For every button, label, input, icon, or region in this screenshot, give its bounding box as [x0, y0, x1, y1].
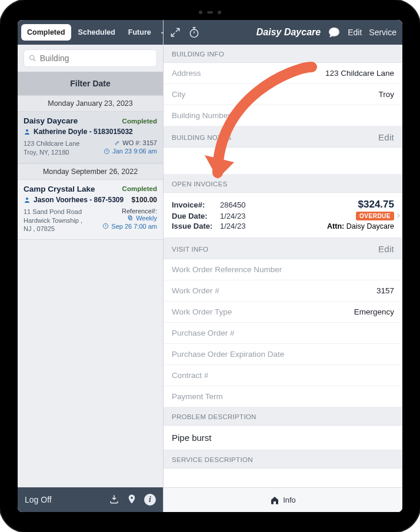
svg-point-0	[30, 55, 34, 59]
ipad-camera	[199, 11, 221, 14]
clock-icon	[104, 148, 110, 155]
visit-address: 11 Sand Pond Road Hardwick Township , NJ…	[24, 208, 82, 234]
visit-person: Katherine Doyle - 5183015032	[34, 128, 133, 136]
visit-meta: WO #: 3157 Jan 23 9:06 am	[104, 139, 157, 157]
tab-completed[interactable]: Completed	[21, 24, 71, 41]
expand-icon[interactable]	[169, 26, 181, 38]
section-open-invoices: OPEN INVOICES	[164, 175, 402, 193]
row-address: Address123 Childcare Lane	[164, 63, 402, 84]
date-header-0: Monday January 23, 2023	[18, 95, 163, 112]
chat-icon[interactable]	[328, 26, 341, 39]
app-screen: Completed Scheduled Future ＋ Filter Date…	[18, 20, 402, 512]
svg-point-8	[131, 496, 133, 498]
bottom-tab-info[interactable]: Info	[164, 487, 402, 512]
problem-text: Pipe burst	[164, 426, 402, 450]
ipad-frame: Completed Scheduled Future ＋ Filter Date…	[0, 0, 420, 532]
location-icon[interactable]	[126, 494, 137, 506]
home-icon	[270, 496, 279, 505]
search-wrap	[18, 45, 163, 72]
row-payterm: Payment Term	[164, 386, 402, 407]
row-contract: Contract #	[164, 365, 402, 386]
chevron-right-icon: ›	[397, 210, 400, 220]
detail-scroll[interactable]: BUILDING INFO Address123 Childcare Lane …	[164, 45, 402, 487]
section-building-info: BUILDING INFO	[164, 45, 402, 63]
visit-meta: Reference#: Weekly Sep 26 7:00 am	[102, 208, 157, 234]
invoice-row[interactable]: Invoice#:286450$324.75 Due Date:1/24/23O…	[164, 193, 402, 238]
wrench-icon	[114, 140, 120, 146]
stopwatch-icon[interactable]	[188, 26, 200, 38]
download-icon[interactable]	[109, 494, 119, 506]
svg-rect-5	[129, 217, 132, 220]
section-problem-desc: PROBLEM DESCRIPTION	[164, 407, 402, 426]
search-input[interactable]	[40, 53, 152, 63]
clock-icon	[102, 223, 109, 229]
row-wo-type: Work Order TypeEmergency	[164, 302, 402, 323]
edit-link[interactable]: Edit	[348, 28, 362, 37]
notes-empty	[164, 148, 402, 175]
search-icon	[29, 54, 36, 62]
visit-amount: $100.00	[132, 196, 157, 204]
visit-person: Jason Voorhees - 867-5309	[34, 196, 124, 204]
person-icon	[24, 196, 31, 203]
overdue-badge: OVERDUE	[356, 212, 394, 220]
log-off-button[interactable]: Log Off	[25, 495, 52, 504]
date-header-1: Monday September 26, 2022	[18, 163, 163, 180]
svg-line-1	[34, 59, 35, 61]
service-link[interactable]: Service	[369, 28, 396, 37]
left-bottombar: Log Off i	[18, 487, 163, 512]
svg-point-4	[26, 198, 28, 200]
search-field[interactable]	[24, 49, 157, 67]
right-pane: Daisy Daycare Edit Service BUILDING INFO…	[164, 20, 402, 512]
filter-date-button[interactable]: Filter Date	[18, 72, 163, 95]
visit-status: Completed	[122, 185, 157, 192]
visit-edit[interactable]: Edit	[378, 244, 394, 254]
visit-card-daisy[interactable]: Daisy Daycare Completed Katherine Doyle …	[18, 112, 163, 163]
section-service-desc: SERVICE DESCRIPTION	[164, 450, 402, 469]
copy-icon	[127, 215, 134, 221]
row-wo-ref: Work Order Reference Number	[164, 259, 402, 280]
row-building-number: Building Number	[164, 105, 402, 126]
info-icon[interactable]: i	[144, 494, 156, 506]
svg-rect-6	[128, 216, 131, 219]
left-empty	[18, 240, 163, 487]
notes-edit[interactable]: Edit	[378, 132, 394, 142]
visit-address: 123 Childcare Lane Troy, NY, 12180	[24, 139, 79, 157]
row-wo-num: Work Order #3157	[164, 280, 402, 302]
svg-point-9	[190, 29, 198, 37]
invoice-amount: $324.75	[358, 199, 394, 210]
visit-status: Completed	[122, 118, 157, 125]
visit-card-camp[interactable]: Camp Crystal Lake Completed Jason Voorhe…	[18, 180, 163, 240]
left-tabbar: Completed Scheduled Future ＋	[18, 20, 163, 45]
row-po-exp: Purchase Order Expiration Date	[164, 344, 402, 365]
row-po: Purchase Order #	[164, 323, 402, 344]
tab-future[interactable]: Future	[122, 24, 157, 41]
left-pane: Completed Scheduled Future ＋ Filter Date…	[18, 20, 164, 512]
svg-point-2	[26, 129, 28, 132]
section-visit-info: VISIT INFOEdit	[164, 238, 402, 259]
right-topbar: Daisy Daycare Edit Service	[164, 20, 402, 45]
visit-name: Camp Crystal Lake	[24, 185, 95, 193]
tab-scheduled[interactable]: Scheduled	[72, 24, 121, 41]
visit-name: Daisy Daycare	[24, 116, 78, 125]
section-building-notes: BUILDING NOTESEdit	[164, 126, 402, 148]
person-icon	[24, 128, 31, 135]
row-city: CityTroy	[164, 84, 402, 105]
detail-title: Daisy Daycare	[256, 27, 321, 38]
